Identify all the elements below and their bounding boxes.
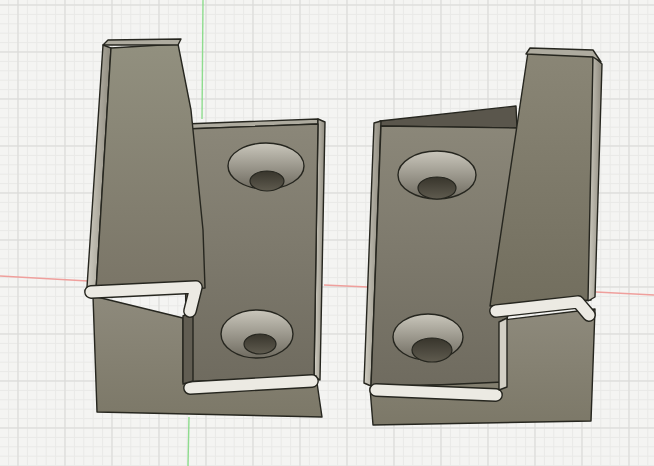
countersunk-hole-upper-bore[interactable] bbox=[250, 171, 284, 191]
wall-top-edge-face[interactable] bbox=[103, 39, 181, 45]
step-side-face[interactable] bbox=[499, 318, 507, 390]
model-bodies bbox=[87, 39, 602, 425]
y-axis-line[interactable] bbox=[202, 0, 203, 119]
countersunk-hole-lower-bore[interactable] bbox=[244, 334, 276, 354]
x-axis-line[interactable] bbox=[596, 292, 654, 295]
bracket-right[interactable] bbox=[364, 48, 602, 425]
plate-bottom-bevel-highlight[interactable] bbox=[376, 390, 496, 395]
cad-viewport[interactable] bbox=[0, 0, 654, 466]
countersunk-hole-upper-bore[interactable] bbox=[418, 177, 456, 199]
y-axis-line[interactable] bbox=[188, 417, 189, 466]
countersunk-hole-lower-bore[interactable] bbox=[412, 338, 452, 362]
plate-bottom-bevel-highlight[interactable] bbox=[190, 381, 312, 388]
viewport-3d-canvas[interactable] bbox=[0, 0, 654, 466]
plate-top-edge-face[interactable] bbox=[380, 106, 517, 128]
step-side-face[interactable] bbox=[183, 311, 193, 384]
wall-front-face[interactable] bbox=[96, 44, 205, 290]
